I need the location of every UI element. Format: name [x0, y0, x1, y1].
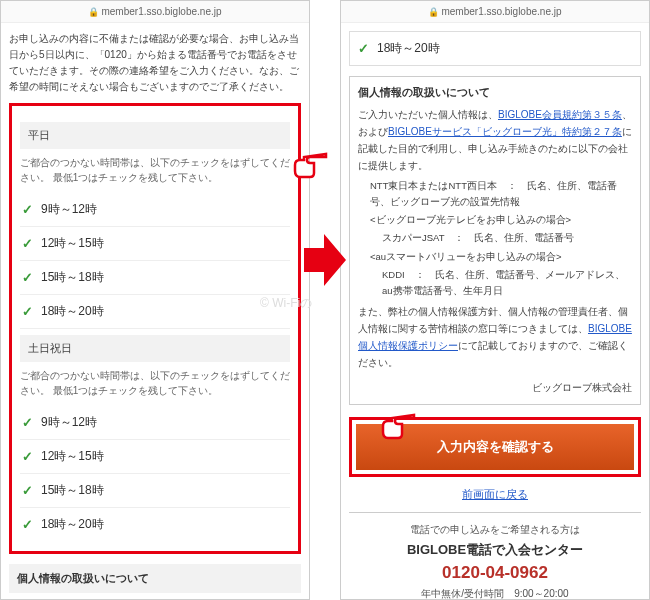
- confirm-button[interactable]: 入力内容を確認する: [356, 424, 634, 470]
- provider-au-header: <auスマートバリューをお申し込みの場合>: [358, 249, 632, 265]
- checkmark-icon: ✓: [22, 449, 33, 464]
- back-link[interactable]: 前画面に戻る: [462, 488, 528, 500]
- privacy-title-left: 個人情報の取扱いについて: [9, 564, 301, 593]
- checkmark-icon: ✓: [22, 236, 33, 251]
- privacy-box: 個人情報の取扱いについて ご入力いただいた個人情報は、BIGLOBE会員規約第３…: [349, 76, 641, 405]
- tel-hours: 年中無休/受付時間 9:00～20:00: [357, 587, 633, 599]
- slot-weekday-2[interactable]: ✓15時～18時: [20, 261, 290, 295]
- slot-holiday-1[interactable]: ✓12時～15時: [20, 440, 290, 474]
- checkmark-icon: ✓: [22, 270, 33, 285]
- slot-weekday-0[interactable]: ✓9時～12時: [20, 193, 290, 227]
- slot-weekday-1[interactable]: ✓12時～15時: [20, 227, 290, 261]
- phone-right: member1.sso.biglobe.ne.jp ✓18時～20時 個人情報の…: [340, 0, 650, 600]
- highlight-box-confirm: 入力内容を確認する: [349, 417, 641, 477]
- checkmark-icon: ✓: [358, 41, 369, 56]
- address-bar: member1.sso.biglobe.ne.jp: [341, 1, 649, 23]
- intro-text: お申し込みの内容に不備または確認が必要な場合、お申し込み当日から5日以内に、「0…: [9, 31, 301, 95]
- tel-center-name: BIGLOBE電話で入会センター: [357, 541, 633, 559]
- slot-holiday-3[interactable]: ✓18時～20時: [20, 508, 290, 541]
- privacy-body: ご入力いただいた個人情報は、BIGLOBE会員規約第３５条、およびBIGLOBE…: [358, 106, 632, 396]
- slot-weekday-3[interactable]: ✓18時～20時: [20, 295, 290, 329]
- tel-number[interactable]: 0120-04-0962: [357, 563, 633, 583]
- provider-skyper: スカパーJSAT ： 氏名、住所、電話番号: [358, 230, 632, 246]
- company-signoff: ビッグローブ株式会社: [358, 379, 632, 396]
- weekday-header: 平日: [20, 122, 290, 149]
- holiday-header: 土日祝日: [20, 335, 290, 362]
- checkmark-icon: ✓: [22, 202, 33, 217]
- provider-kddi: KDDI ： 氏名、住所、電話番号、メールアドレス、au携帯電話番号、生年月日: [358, 267, 632, 299]
- weekday-instruction: ご都合のつかない時間帯は、以下のチェックをはずしてください。 最低1つはチェック…: [20, 155, 290, 185]
- checkmark-icon: ✓: [22, 304, 33, 319]
- provider-tv-header: <ビッグローブ光テレビをお申し込みの場合>: [358, 212, 632, 228]
- address-bar: member1.sso.biglobe.ne.jp: [1, 1, 309, 23]
- phone-left: member1.sso.biglobe.ne.jp お申し込みの内容に不備または…: [0, 0, 310, 600]
- link-article35-r[interactable]: BIGLOBE会員規約第３５条: [498, 109, 622, 120]
- checkmark-icon: ✓: [22, 415, 33, 430]
- holiday-instruction: ご都合のつかない時間帯は、以下のチェックをはずしてください。 最低1つはチェック…: [20, 368, 290, 398]
- highlight-box-timeslots: 平日 ご都合のつかない時間帯は、以下のチェックをはずしてください。 最低1つはチ…: [9, 103, 301, 554]
- provider-ntt: NTT東日本またはNTT西日本 ： 氏名、住所、電話番号、ビッグローブ光の設置先…: [358, 178, 632, 210]
- checkmark-icon: ✓: [22, 517, 33, 532]
- slot-top[interactable]: ✓18時～20時: [349, 31, 641, 66]
- privacy-title-right: 個人情報の取扱いについて: [358, 85, 632, 100]
- tel-label: 電話での申し込みをご希望される方は: [357, 523, 633, 537]
- checkmark-icon: ✓: [22, 483, 33, 498]
- tel-section: 電話での申し込みをご希望される方は BIGLOBE電話で入会センター 0120-…: [349, 512, 641, 599]
- slot-holiday-2[interactable]: ✓15時～18時: [20, 474, 290, 508]
- slot-holiday-0[interactable]: ✓9時～12時: [20, 406, 290, 440]
- link-article27-r[interactable]: BIGLOBEサービス「ビッグローブ光」特約第２７条: [388, 126, 622, 137]
